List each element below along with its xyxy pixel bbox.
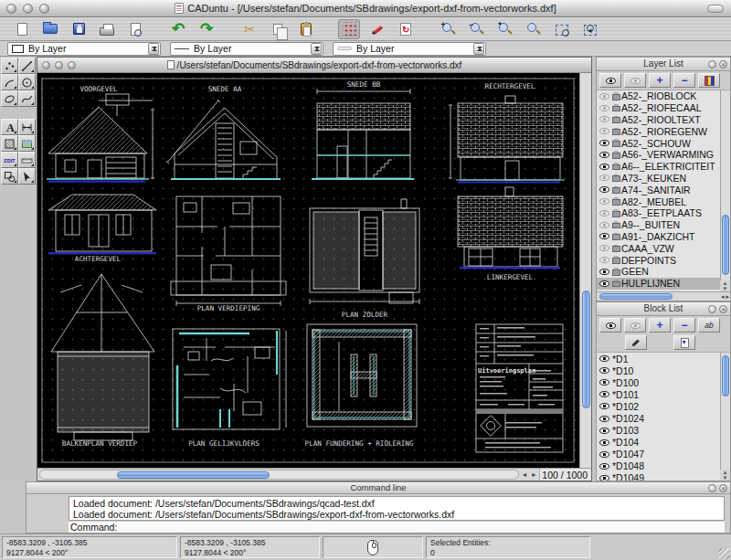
linetype-combobox[interactable]: By Layer xyxy=(170,42,323,56)
pen-draft-button[interactable] xyxy=(366,19,388,39)
document-titlebar[interactable]: /Users/stefan/Documents/SBdrawings/expor… xyxy=(37,58,591,73)
layer-visibility-icon[interactable] xyxy=(599,93,609,100)
layer-row[interactable]: A6--_ELEKTRICITEIT xyxy=(597,161,720,173)
block-visibility-icon[interactable] xyxy=(599,355,609,362)
color-combobox[interactable]: By Layer xyxy=(7,42,161,56)
layer-list-hscroll-thumb[interactable] xyxy=(599,293,673,300)
color-combobox-stepper[interactable] xyxy=(148,43,159,55)
layer-visibility-icon[interactable] xyxy=(599,140,609,146)
block-row[interactable]: *D1024 xyxy=(597,412,720,424)
linewidth-combobox[interactable]: By Layer xyxy=(333,42,486,56)
layer-visibility-icon[interactable] xyxy=(599,198,609,205)
layer-visibility-icon[interactable] xyxy=(599,152,609,158)
block-visibility-icon[interactable] xyxy=(599,463,609,470)
command-line-titlebar[interactable]: Command line × xyxy=(26,482,730,494)
close-window-button[interactable] xyxy=(6,4,16,14)
block-visibility-icon[interactable] xyxy=(599,367,609,374)
block-list-float-button[interactable] xyxy=(708,305,716,313)
hatch-tool-button[interactable] xyxy=(1,135,18,152)
layer-row[interactable]: A52-_RIOOLTEXT xyxy=(597,114,720,126)
layer-visibility-icon[interactable] xyxy=(599,269,609,275)
layer-row[interactable]: A73-_KEUKEN xyxy=(597,173,720,185)
block-visibility-icon[interactable] xyxy=(599,475,609,481)
block-list-scrollbar[interactable]: ▲▼ xyxy=(720,353,730,481)
block-row[interactable]: *D102 xyxy=(597,400,720,412)
zoom-out-button[interactable] xyxy=(466,19,488,39)
layer-row-selected[interactable]: HULPLIJNEN xyxy=(597,278,720,290)
layer-row[interactable]: A9--_BUITEN xyxy=(597,219,720,231)
doc-zoom-button[interactable] xyxy=(68,61,76,69)
layer-list-titlebar[interactable]: Layer List × xyxy=(597,58,730,71)
layer-visibility-icon[interactable] xyxy=(599,116,609,122)
dimensions-tool-button[interactable] xyxy=(18,119,36,135)
show-all-blocks-button[interactable] xyxy=(599,318,621,333)
layer-list-close-button[interactable]: × xyxy=(719,60,727,69)
canvas-vscroll-thumb[interactable] xyxy=(582,291,590,409)
print-preview-button[interactable] xyxy=(124,19,146,39)
layer-visibility-icon[interactable] xyxy=(599,174,609,181)
layer-list-scrollbar[interactable]: ▲▼ xyxy=(720,90,730,291)
minimize-window-button[interactable] xyxy=(23,4,33,14)
insert-block-button[interactable] xyxy=(673,335,695,350)
add-block-button[interactable]: + xyxy=(649,318,671,333)
layer-visibility-icon[interactable] xyxy=(599,105,609,111)
doc-minimize-button[interactable] xyxy=(55,61,63,69)
zoom-in-button[interactable] xyxy=(438,19,460,39)
layer-row[interactable]: A52-_RIOBLOCK xyxy=(597,90,720,102)
layer-list-scroll-arrows[interactable]: ▲▼ xyxy=(720,280,730,291)
layer-row[interactable]: A52-_RIOFECAAL xyxy=(597,102,720,114)
layer-row[interactable]: A56-_VERWARMING xyxy=(597,149,720,161)
hide-all-layers-button[interactable] xyxy=(624,73,646,88)
layer-visibility-icon[interactable] xyxy=(599,245,609,251)
edit-tool-button[interactable]: EDIT xyxy=(1,152,18,168)
remove-block-button[interactable]: − xyxy=(673,318,695,333)
previous-view-button[interactable] xyxy=(579,19,601,39)
block-row[interactable]: *D104 xyxy=(597,437,720,449)
measure-tool-button[interactable] xyxy=(18,152,36,168)
layer-list-scroll-thumb[interactable] xyxy=(722,215,729,275)
zoom-window-tool-button[interactable] xyxy=(551,19,573,39)
arcs-tool-button[interactable] xyxy=(1,74,18,90)
layer-visibility-icon[interactable] xyxy=(599,280,609,287)
redraw-button[interactable] xyxy=(395,19,417,39)
cut-button[interactable] xyxy=(238,19,260,39)
doc-close-button[interactable] xyxy=(42,61,50,69)
ellipses-tool-button[interactable] xyxy=(1,90,18,107)
layer-visibility-icon[interactable] xyxy=(599,128,609,134)
image-tool-button[interactable] xyxy=(18,135,36,152)
circles-tool-button[interactable] xyxy=(18,74,36,90)
open-document-button[interactable] xyxy=(39,19,61,39)
block-row[interactable]: *D1 xyxy=(597,353,720,365)
block-row[interactable]: *D101 xyxy=(597,388,720,400)
text-tool-button[interactable]: A xyxy=(1,119,18,135)
block-visibility-icon[interactable] xyxy=(599,439,609,446)
layer-list-hscroll-arrows[interactable]: ◂ ▸ xyxy=(721,293,729,301)
linetype-combobox-stepper[interactable] xyxy=(311,43,322,55)
layer-row[interactable]: A52-_RIOREGENW xyxy=(597,125,720,137)
show-all-layers-button[interactable] xyxy=(599,73,621,88)
command-input[interactable]: Command: xyxy=(69,522,725,533)
new-document-button[interactable] xyxy=(11,19,33,39)
blocks-tool-button[interactable] xyxy=(1,168,18,185)
layer-row[interactable]: A52-_SCHOUW xyxy=(597,137,720,149)
layer-visibility-icon[interactable] xyxy=(599,210,609,217)
canvas-hscroll-arrows[interactable]: ◂ ▸ xyxy=(521,470,539,479)
remove-layer-button[interactable]: − xyxy=(673,73,695,88)
layer-row[interactable]: CAAA_VZW xyxy=(597,242,720,254)
command-line-close-button[interactable]: × xyxy=(719,484,727,492)
block-list-titlebar[interactable]: Block List × xyxy=(597,302,730,316)
canvas-horizontal-scrollbar[interactable]: ◂ ▸ 100 / 1000 xyxy=(37,468,591,481)
redo-button[interactable] xyxy=(196,19,217,39)
points-tool-button[interactable] xyxy=(1,58,18,74)
hide-all-blocks-button[interactable] xyxy=(624,318,646,333)
block-list-close-button[interactable]: × xyxy=(719,305,727,313)
block-row[interactable]: *D103 xyxy=(597,425,720,437)
block-list-scroll-arrows[interactable]: ▲▼ xyxy=(720,470,730,481)
save-document-button[interactable] xyxy=(68,19,90,39)
toolbar-toggle-button[interactable] xyxy=(707,5,724,13)
layer-attributes-button[interactable] xyxy=(698,73,720,88)
add-layer-button[interactable]: + xyxy=(649,73,671,88)
block-visibility-icon[interactable] xyxy=(599,428,609,434)
block-visibility-icon[interactable] xyxy=(599,391,609,397)
block-row[interactable]: *D1047 xyxy=(597,449,720,460)
